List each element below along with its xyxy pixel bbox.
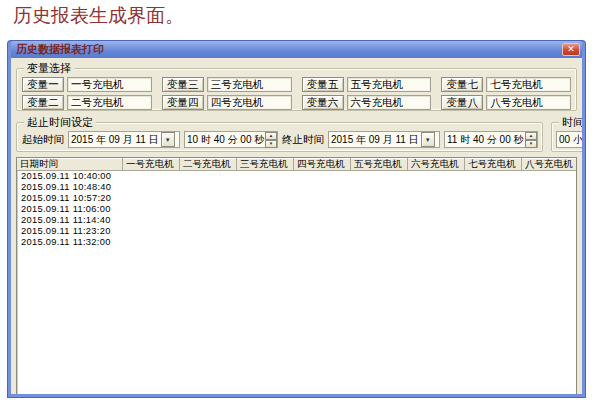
- spinner-up-icon[interactable]: ▲: [265, 132, 277, 140]
- header-cell-charger3[interactable]: 三号充电机: [237, 158, 294, 170]
- start-date-select[interactable]: 2015 年 09 月 11 日 ▼: [68, 131, 180, 148]
- variable-field-3[interactable]: 三号充电机: [207, 77, 292, 92]
- window-title: 历史数据报表打印: [16, 41, 104, 58]
- page-heading: 、历史报表生成界面。: [0, 3, 184, 29]
- variable-pair-6: 变量六 六号充电机: [302, 95, 432, 110]
- time-range-group: 起止时间设定 起始时间 2015 年 09 月 11 日 ▼ 10 时 40 分…: [16, 122, 543, 152]
- header-cell-charger8[interactable]: 八号充电机: [522, 158, 577, 170]
- header-cell-charger5[interactable]: 五号充电机: [351, 158, 408, 170]
- interval-group-title: 时间间隔设定: [559, 116, 582, 128]
- variable-grid: 变量一 一号充电机 变量三 三号充电机 变量五 五号充电机 变量七 七号充电机 …: [22, 77, 571, 107]
- table-row[interactable]: 2015.09.11 10:40:00: [17, 171, 576, 182]
- header-cell-charger1[interactable]: 一号充电机: [123, 158, 180, 170]
- start-date-value: 2015 年 09 月 11 日: [69, 132, 161, 147]
- variable-button-8[interactable]: 变量八: [441, 95, 483, 110]
- variable-group-title: 变量选择: [24, 62, 74, 74]
- variable-field-5[interactable]: 五号充电机: [347, 77, 432, 92]
- end-time-spin-buttons[interactable]: ▲ ▼: [525, 132, 537, 147]
- end-date-value: 2015 年 09 月 11 日: [329, 132, 421, 147]
- variable-pair-2: 变量二 二号充电机: [22, 95, 152, 110]
- table-row[interactable]: 2015.09.11 11:32:00: [17, 237, 576, 248]
- table-header: 日期时间 一号充电机 二号充电机 三号充电机 四号充电机 五号充电机 六号充电机…: [17, 158, 576, 171]
- start-time-spinner[interactable]: 10 时 40 分 00 秒 ▲ ▼: [184, 131, 278, 148]
- variable-field-4[interactable]: 四号充电机: [207, 95, 292, 110]
- dialog-content: 变量选择 变量一 一号充电机 变量三 三号充电机 变量五 五号充电机 变量七 七…: [11, 58, 582, 394]
- header-cell-charger7[interactable]: 七号充电机: [465, 158, 522, 170]
- start-time-value: 10 时 40 分 00 秒: [185, 132, 265, 147]
- variable-button-2[interactable]: 变量二: [22, 95, 64, 110]
- table-row[interactable]: 2015.09.11 11:14:40: [17, 215, 576, 226]
- variable-pair-5: 变量五 五号充电机: [302, 77, 432, 92]
- time-group-title: 起止时间设定: [24, 116, 96, 128]
- close-icon: ✕: [567, 44, 575, 54]
- end-time-label: 终止时间: [282, 133, 324, 147]
- variable-pair-4: 变量四 四号充电机: [162, 95, 292, 110]
- table-row[interactable]: 2015.09.11 10:48:40: [17, 182, 576, 193]
- variable-button-1[interactable]: 变量一: [22, 77, 64, 92]
- table-row[interactable]: 2015.09.11 11:23:20: [17, 226, 576, 237]
- header-cell-charger6[interactable]: 六号充电机: [408, 158, 465, 170]
- spinner-down-icon[interactable]: ▼: [265, 140, 277, 148]
- variable-pair-3: 变量三 三号充电机: [162, 77, 292, 92]
- dialog-window: 历史数据报表打印 ✕ 变量选择 变量一 一号充电机 变量三 三号充电机 变量五 …: [8, 41, 585, 397]
- end-time-value: 11 时 40 分 00 秒: [445, 132, 525, 147]
- variable-pair-1: 变量一 一号充电机: [22, 77, 152, 92]
- variable-button-6[interactable]: 变量六: [302, 95, 344, 110]
- close-button[interactable]: ✕: [562, 43, 580, 56]
- variable-button-4[interactable]: 变量四: [162, 95, 204, 110]
- variable-field-8[interactable]: 八号充电机: [486, 95, 571, 110]
- interval-spinner[interactable]: 00 小时 08 分 40 秒 ▲ ▼: [556, 131, 582, 148]
- titlebar[interactable]: 历史数据报表打印 ✕: [11, 41, 582, 58]
- end-time-spinner[interactable]: 11 时 40 分 00 秒 ▲ ▼: [444, 131, 538, 148]
- variable-button-3[interactable]: 变量三: [162, 77, 204, 92]
- variable-field-2[interactable]: 二号充电机: [67, 95, 152, 110]
- variable-field-7[interactable]: 七号充电机: [486, 77, 571, 92]
- header-cell-charger4[interactable]: 四号充电机: [294, 158, 351, 170]
- header-cell-datetime[interactable]: 日期时间: [17, 158, 123, 170]
- variable-pair-8: 变量八 八号充电机: [441, 95, 571, 110]
- variable-field-6[interactable]: 六号充电机: [347, 95, 432, 110]
- start-time-spin-buttons[interactable]: ▲ ▼: [265, 132, 277, 147]
- chevron-down-icon[interactable]: ▼: [421, 132, 435, 147]
- variable-field-1[interactable]: 一号充电机: [67, 77, 152, 92]
- interval-value: 00 小时 08 分 40 秒: [557, 132, 582, 147]
- variable-selection-group: 变量选择 变量一 一号充电机 变量三 三号充电机 变量五 五号充电机 变量七 七…: [16, 68, 577, 111]
- chevron-down-icon[interactable]: ▼: [161, 132, 175, 147]
- header-cell-charger2[interactable]: 二号充电机: [180, 158, 237, 170]
- table-row[interactable]: 2015.09.11 10:57:20: [17, 193, 576, 204]
- interval-group: 时间间隔设定 00 小时 08 分 40 秒 ▲ ▼: [551, 122, 582, 152]
- variable-pair-7: 变量七 七号充电机: [441, 77, 571, 92]
- start-time-label: 起始时间: [22, 133, 64, 147]
- table-row[interactable]: 2015.09.11 11:06:00: [17, 204, 576, 215]
- spinner-up-icon[interactable]: ▲: [525, 132, 537, 140]
- data-table: 日期时间 一号充电机 二号充电机 三号充电机 四号充电机 五号充电机 六号充电机…: [16, 157, 577, 394]
- variable-button-7[interactable]: 变量七: [441, 77, 483, 92]
- end-date-select[interactable]: 2015 年 09 月 11 日 ▼: [328, 131, 440, 148]
- variable-button-5[interactable]: 变量五: [302, 77, 344, 92]
- spinner-down-icon[interactable]: ▼: [525, 140, 537, 148]
